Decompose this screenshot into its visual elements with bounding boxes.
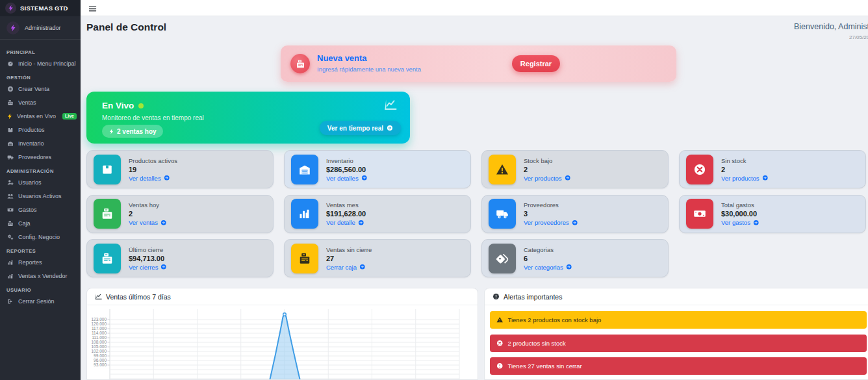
sidebar-item-config-negocio[interactable]: Config. Negocio: [0, 230, 81, 244]
circle-xmark-icon: [496, 340, 504, 347]
stat-value: 6: [524, 255, 572, 262]
live-sales-badge: 2 ventas hoy: [102, 125, 163, 138]
topbar: Administrador: [81, 0, 868, 16]
tags-icon: [489, 244, 516, 273]
cash-register-icon: [6, 220, 14, 227]
stat-label: Stock bajo: [524, 157, 570, 164]
stat-link-total-gastos[interactable]: Ver gastos: [721, 219, 759, 226]
sidebar-item-proveedores[interactable]: Proveedores: [0, 150, 81, 164]
sidebar-item-crear-venta[interactable]: Crear Venta: [0, 82, 81, 95]
sidebar-item-caja[interactable]: Caja: [0, 216, 81, 230]
alerts-list: Tienes 2 productos con stock bajo2 produ…: [485, 305, 868, 375]
sidebar-item-label: Config. Negocio: [18, 234, 60, 240]
box-icon: [6, 127, 14, 133]
bolt-icon: [6, 113, 13, 120]
chart-panel-header: Ventas últimos 7 días: [87, 288, 478, 305]
stat-link-productos-activos[interactable]: Ver detalles: [129, 175, 177, 182]
sidebar-item-label: Proveedores: [18, 154, 51, 160]
sidebar-item-label: Ventas en Vivo: [17, 113, 56, 120]
plus-circle-icon: [6, 86, 14, 92]
sidebar-item-inicio[interactable]: Inicio - Menu Principal: [0, 57, 81, 70]
stat-value: 27: [326, 255, 372, 262]
alerts-panel-header: Alertas importantes: [485, 288, 868, 305]
users-icon: [6, 193, 14, 199]
brand-name: SISTEMAS GTD: [20, 5, 68, 12]
sidebar-item-ventas-x-vendedor[interactable]: Ventas x Vendedor: [0, 269, 81, 283]
sidebar-item-usuarios-activos[interactable]: Usuarios Activos: [0, 189, 81, 203]
box-icon: [94, 155, 121, 184]
stat-link-ventas-mes[interactable]: Ver detalle: [326, 219, 366, 226]
cash-register-icon: [94, 199, 121, 229]
stat-link-categorias[interactable]: Ver categorias: [524, 264, 572, 271]
alert-text: Tienes 27 ventas sin cerrar: [508, 362, 582, 370]
new-sale-title: Nueva venta: [317, 53, 367, 63]
svg-text:93.000: 93.000: [94, 362, 107, 367]
register-sale-button[interactable]: Registrar: [512, 55, 560, 72]
stat-link-ultimo-cierre[interactable]: Ver cierres: [129, 264, 167, 271]
chart-line-icon: [384, 98, 397, 111]
svg-text:117.000: 117.000: [92, 326, 107, 331]
sidebar-item-label: Gastos: [18, 207, 37, 213]
new-sale-subtitle: Ingresá rápidamente una nueva venta: [317, 66, 421, 73]
triangle-exclamation-icon: [489, 155, 516, 184]
sidebar-menu: PRINCIPALInicio - Menu PrincipalGESTIÓNC…: [0, 40, 81, 308]
money-bill-icon: [686, 199, 713, 229]
cash-register-icon: [291, 244, 318, 273]
sidebar-item-label: Usuarios Activos: [18, 193, 62, 199]
stat-link-inventario[interactable]: Ver detalles: [326, 175, 367, 182]
avatar: [6, 21, 19, 34]
sidebar-item-cerrar-sesion[interactable]: Cerrar Sesión: [0, 294, 81, 308]
stat-link-sin-stock[interactable]: Ver productos: [721, 175, 768, 182]
cash-register-icon: [94, 244, 121, 273]
menu-toggle-icon[interactable]: [88, 5, 97, 13]
sidebar-item-productos[interactable]: Productos: [0, 123, 81, 136]
stat-link-stock-bajo[interactable]: Ver productos: [524, 175, 570, 182]
svg-text:105.000: 105.000: [92, 344, 107, 349]
header-date: 27/05/2025: [849, 34, 868, 40]
live-title: En Vivo: [102, 101, 144, 110]
stat-link-proveedores[interactable]: Ver proveedores: [524, 219, 578, 226]
sidebar-section-label: PRINCIPAL: [6, 49, 81, 55]
cash-register-icon: [6, 99, 14, 106]
bolt-icon: [108, 129, 114, 134]
stat-link-ventas-sin-cierre[interactable]: Cerrar caja: [326, 264, 372, 271]
user-gear-icon: [6, 179, 14, 186]
svg-text:123.000: 123.000: [92, 317, 107, 322]
circle-arrow-right-icon: [160, 220, 167, 226]
sidebar-item-label: Ventas: [18, 99, 36, 106]
sidebar-item-ventas[interactable]: Ventas: [0, 95, 81, 109]
circle-arrow-right-icon: [387, 125, 393, 131]
sidebar-item-label: Cerrar Sesión: [18, 298, 55, 305]
view-realtime-button[interactable]: Ver en tiempo real: [320, 121, 401, 135]
stat-card-productos-activos: Productos activos19Ver detalles: [86, 150, 274, 188]
svg-text:120.000: 120.000: [92, 322, 107, 326]
circle-arrow-right-icon: [361, 175, 368, 181]
stat-label: Ventas sin cierre: [326, 246, 372, 253]
profile-name: Administrador: [25, 25, 61, 31]
brand: SISTEMAS GTD: [0, 0, 81, 16]
chart-line-icon: [95, 293, 102, 300]
gauge-icon: [6, 60, 14, 67]
stat-value: 2: [524, 166, 570, 173]
alert-danger: 2 productos sin stock: [490, 335, 867, 352]
stat-label: Proveedores: [524, 201, 578, 209]
stat-value: $30,000.00: [721, 210, 759, 218]
sidebar-section-label: GESTIÓN: [6, 75, 81, 81]
warehouse-icon: [291, 155, 318, 184]
stat-card-proveedores: Proveedores3Ver proveedores: [481, 195, 669, 233]
sidebar-item-label: Usuarios: [18, 179, 42, 186]
truck-icon: [489, 199, 516, 229]
sidebar-item-usuarios[interactable]: Usuarios: [0, 175, 81, 189]
sidebar-section-label: USUARIO: [6, 287, 81, 293]
sidebar-item-label: Inventario: [18, 140, 44, 147]
sidebar-item-inventario[interactable]: Inventario: [0, 136, 81, 150]
stat-link-ventas-hoy[interactable]: Ver ventas: [129, 219, 166, 226]
sidebar-item-gastos[interactable]: Gastos: [0, 203, 81, 216]
circle-arrow-right-icon: [565, 175, 571, 181]
sidebar-item-ventas-en-vivo[interactable]: Ventas en VivoLive: [0, 109, 81, 123]
sidebar-item-label: Reportes: [18, 259, 42, 266]
chart-column-icon: [291, 199, 318, 229]
sidebar-item-reportes[interactable]: Reportes: [0, 255, 81, 269]
stat-value: 19: [129, 166, 177, 173]
circle-arrow-right-icon: [566, 264, 572, 270]
